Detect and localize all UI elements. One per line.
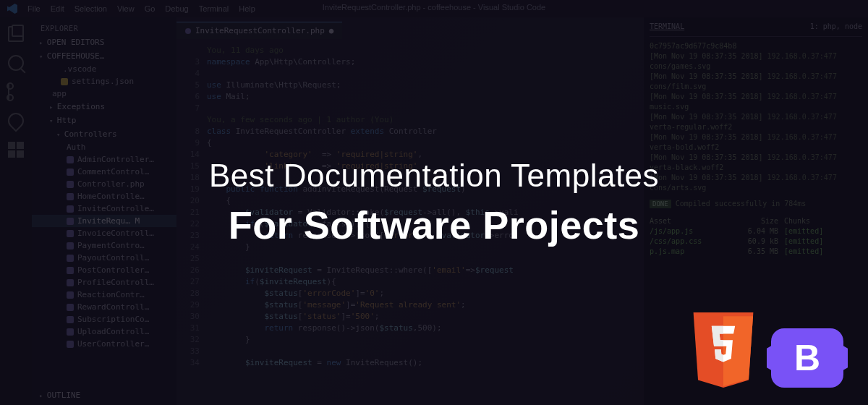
hero-subtitle: Best Documentation Templates bbox=[209, 158, 659, 194]
hero-title: For Software Projects bbox=[229, 202, 640, 247]
bootstrap-logo-icon: B bbox=[771, 328, 843, 388]
bootstrap-b-letter: B bbox=[794, 340, 820, 376]
html5-logo-icon bbox=[690, 312, 757, 388]
tech-logos: B bbox=[690, 312, 843, 388]
